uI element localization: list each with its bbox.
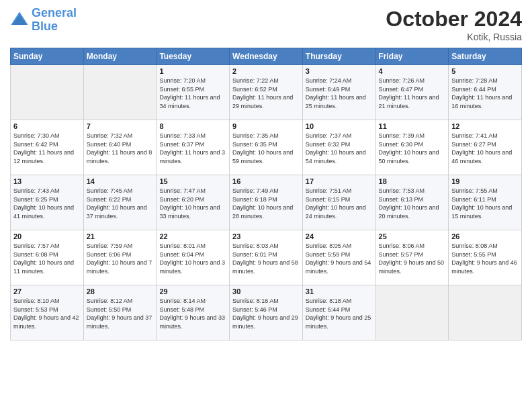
day-number: 26 — [451, 232, 519, 240]
day-info: Sunrise: 7:41 AMSunset: 6:27 PMDaylight:… — [451, 132, 519, 165]
day-info: Sunrise: 7:32 AMSunset: 6:40 PMDaylight:… — [87, 132, 154, 165]
day-number: 16 — [232, 177, 300, 185]
calendar-cell: 23Sunrise: 8:03 AMSunset: 6:01 PMDayligh… — [230, 230, 303, 285]
calendar-cell: 29Sunrise: 8:14 AMSunset: 5:48 PMDayligh… — [157, 285, 230, 340]
calendar-cell: 3Sunrise: 7:24 AMSunset: 6:49 PMDaylight… — [302, 65, 375, 120]
day-number: 21 — [87, 232, 154, 240]
day-info: Sunrise: 7:59 AMSunset: 6:06 PMDaylight:… — [87, 242, 154, 275]
calendar-cell: 1Sunrise: 7:20 AMSunset: 6:55 PMDaylight… — [157, 65, 230, 120]
logo-blue: Blue — [32, 19, 58, 33]
weekday-header: Wednesday — [230, 48, 303, 65]
day-info: Sunrise: 7:22 AMSunset: 6:52 PMDaylight:… — [232, 77, 300, 110]
day-info: Sunrise: 8:06 AMSunset: 5:57 PMDaylight:… — [379, 242, 446, 275]
day-info: Sunrise: 8:12 AMSunset: 5:50 PMDaylight:… — [87, 297, 154, 330]
calendar-week-row: 6Sunrise: 7:30 AMSunset: 6:42 PMDaylight… — [11, 120, 522, 175]
calendar-cell: 28Sunrise: 8:12 AMSunset: 5:50 PMDayligh… — [83, 285, 157, 340]
day-info: Sunrise: 7:20 AMSunset: 6:55 PMDaylight:… — [159, 77, 226, 110]
page-header: General Blue October 2024 Kotik, Russia — [10, 7, 522, 42]
month-title: October 2024 — [386, 7, 522, 32]
calendar-cell — [449, 285, 522, 340]
day-info: Sunrise: 8:05 AMSunset: 5:59 PMDaylight:… — [306, 242, 373, 275]
day-number: 22 — [159, 232, 226, 240]
day-number: 23 — [232, 232, 300, 240]
calendar-cell: 11Sunrise: 7:39 AMSunset: 6:30 PMDayligh… — [375, 120, 449, 175]
calendar-cell: 10Sunrise: 7:37 AMSunset: 6:32 PMDayligh… — [302, 120, 375, 175]
day-number: 29 — [159, 287, 226, 295]
day-info: Sunrise: 7:39 AMSunset: 6:30 PMDaylight:… — [379, 132, 446, 165]
calendar-cell: 7Sunrise: 7:32 AMSunset: 6:40 PMDaylight… — [83, 120, 157, 175]
day-number: 20 — [13, 232, 81, 240]
logo-general: General — [32, 6, 77, 19]
day-number: 25 — [379, 232, 446, 240]
day-info: Sunrise: 7:47 AMSunset: 6:20 PMDaylight:… — [159, 187, 226, 220]
day-number: 1 — [159, 67, 226, 75]
day-info: Sunrise: 7:30 AMSunset: 6:42 PMDaylight:… — [13, 132, 81, 165]
calendar-cell: 8Sunrise: 7:33 AMSunset: 6:37 PMDaylight… — [157, 120, 230, 175]
page-container: General Blue October 2024 Kotik, Russia … — [0, 0, 532, 347]
day-info: Sunrise: 7:28 AMSunset: 6:44 PMDaylight:… — [451, 77, 519, 110]
day-number: 30 — [232, 287, 300, 295]
day-number: 3 — [306, 67, 373, 75]
calendar-cell: 6Sunrise: 7:30 AMSunset: 6:42 PMDaylight… — [11, 120, 84, 175]
calendar-cell: 27Sunrise: 8:10 AMSunset: 5:53 PMDayligh… — [11, 285, 84, 340]
day-number: 7 — [87, 122, 154, 130]
day-number: 31 — [306, 287, 373, 295]
day-number: 2 — [232, 67, 300, 75]
calendar-cell: 30Sunrise: 8:16 AMSunset: 5:46 PMDayligh… — [230, 285, 303, 340]
day-info: Sunrise: 8:08 AMSunset: 5:55 PMDaylight:… — [451, 242, 519, 275]
calendar-cell: 24Sunrise: 8:05 AMSunset: 5:59 PMDayligh… — [302, 230, 375, 285]
logo-icon — [10, 11, 29, 30]
day-number: 11 — [379, 122, 446, 130]
calendar-table: SundayMondayTuesdayWednesdayThursdayFrid… — [10, 48, 522, 340]
calendar-cell: 17Sunrise: 7:51 AMSunset: 6:15 PMDayligh… — [302, 175, 375, 230]
calendar-cell: 2Sunrise: 7:22 AMSunset: 6:52 PMDaylight… — [230, 65, 303, 120]
day-info: Sunrise: 7:55 AMSunset: 6:11 PMDaylight:… — [451, 187, 519, 220]
day-info: Sunrise: 7:26 AMSunset: 6:47 PMDaylight:… — [379, 77, 446, 110]
day-info: Sunrise: 7:33 AMSunset: 6:37 PMDaylight:… — [159, 132, 226, 165]
calendar-cell: 21Sunrise: 7:59 AMSunset: 6:06 PMDayligh… — [83, 230, 157, 285]
weekday-header: Tuesday — [157, 48, 230, 65]
calendar-cell: 22Sunrise: 8:01 AMSunset: 6:04 PMDayligh… — [157, 230, 230, 285]
day-info: Sunrise: 8:03 AMSunset: 6:01 PMDaylight:… — [232, 242, 300, 275]
day-number: 14 — [87, 177, 154, 185]
calendar-cell — [83, 65, 157, 120]
day-number: 12 — [451, 122, 519, 130]
title-block: October 2024 Kotik, Russia — [386, 7, 522, 42]
day-info: Sunrise: 7:43 AMSunset: 6:25 PMDaylight:… — [13, 187, 81, 220]
calendar-cell: 18Sunrise: 7:53 AMSunset: 6:13 PMDayligh… — [375, 175, 449, 230]
calendar-week-row: 1Sunrise: 7:20 AMSunset: 6:55 PMDaylight… — [11, 65, 522, 120]
day-info: Sunrise: 7:37 AMSunset: 6:32 PMDaylight:… — [306, 132, 373, 165]
day-number: 28 — [87, 287, 154, 295]
weekday-header: Thursday — [302, 48, 375, 65]
day-info: Sunrise: 8:14 AMSunset: 5:48 PMDaylight:… — [159, 297, 226, 330]
day-number: 27 — [13, 287, 81, 295]
day-number: 13 — [13, 177, 81, 185]
day-info: Sunrise: 8:10 AMSunset: 5:53 PMDaylight:… — [13, 297, 81, 330]
calendar-cell: 15Sunrise: 7:47 AMSunset: 6:20 PMDayligh… — [157, 175, 230, 230]
day-number: 9 — [232, 122, 300, 130]
calendar-cell: 14Sunrise: 7:45 AMSunset: 6:22 PMDayligh… — [83, 175, 157, 230]
weekday-header: Sunday — [11, 48, 84, 65]
calendar-cell: 9Sunrise: 7:35 AMSunset: 6:35 PMDaylight… — [230, 120, 303, 175]
day-number: 15 — [159, 177, 226, 185]
calendar-week-row: 13Sunrise: 7:43 AMSunset: 6:25 PMDayligh… — [11, 175, 522, 230]
day-number: 24 — [306, 232, 373, 240]
day-number: 8 — [159, 122, 226, 130]
weekday-header: Saturday — [449, 48, 522, 65]
day-number: 10 — [306, 122, 373, 130]
calendar-cell: 31Sunrise: 8:18 AMSunset: 5:44 PMDayligh… — [302, 285, 375, 340]
day-number: 6 — [13, 122, 81, 130]
day-number: 19 — [451, 177, 519, 185]
calendar-cell: 26Sunrise: 8:08 AMSunset: 5:55 PMDayligh… — [449, 230, 522, 285]
day-info: Sunrise: 7:51 AMSunset: 6:15 PMDaylight:… — [306, 187, 373, 220]
weekday-header: Monday — [83, 48, 157, 65]
day-info: Sunrise: 7:24 AMSunset: 6:49 PMDaylight:… — [306, 77, 373, 110]
day-info: Sunrise: 8:18 AMSunset: 5:44 PMDaylight:… — [306, 297, 373, 330]
calendar-cell — [375, 285, 449, 340]
calendar-header-row: SundayMondayTuesdayWednesdayThursdayFrid… — [11, 48, 522, 65]
calendar-cell: 12Sunrise: 7:41 AMSunset: 6:27 PMDayligh… — [449, 120, 522, 175]
day-info: Sunrise: 7:45 AMSunset: 6:22 PMDaylight:… — [87, 187, 154, 220]
calendar-cell: 13Sunrise: 7:43 AMSunset: 6:25 PMDayligh… — [11, 175, 84, 230]
logo: General Blue — [10, 7, 77, 34]
day-number: 5 — [451, 67, 519, 75]
